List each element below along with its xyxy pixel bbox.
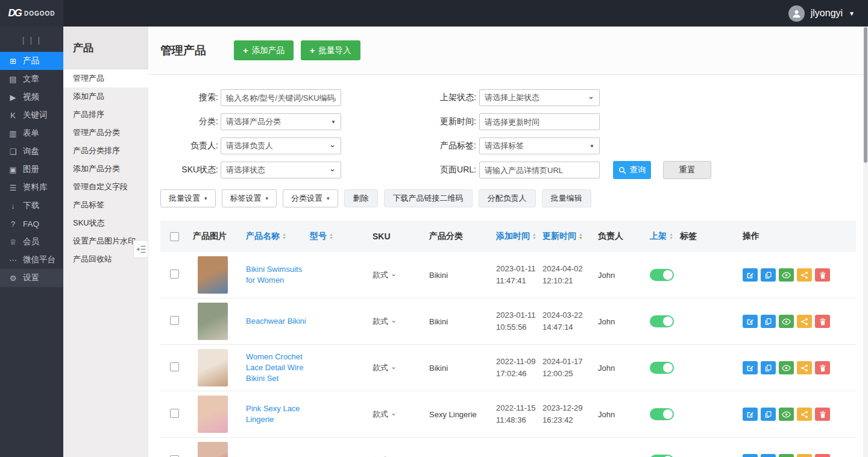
column-header-model[interactable]: 型号▲▼ [310, 231, 373, 242]
sort-arrows[interactable]: ▲▼ [532, 233, 536, 240]
category-settings-dropdown-button[interactable]: 分类设置▾ [283, 189, 338, 207]
filter-input-search[interactable] [221, 89, 341, 106]
share-button[interactable] [797, 361, 812, 374]
copy-button[interactable] [761, 361, 776, 374]
reset-button[interactable]: 重置 [663, 161, 711, 179]
column-header-added[interactable]: 添加时间▲▼ [496, 231, 540, 242]
sort-arrows[interactable]: ▲▼ [579, 233, 583, 240]
view-button[interactable] [779, 454, 794, 457]
delete-button[interactable]: 删除 [344, 189, 378, 207]
product-name-link[interactable]: Bikini Swimsuits for Women [246, 264, 306, 286]
sidebar-item-keywords[interactable]: K关键词 [0, 106, 63, 124]
download-qr-button[interactable]: 下载产品链接二维码 [384, 189, 473, 207]
scrollbar-thumb[interactable] [864, 27, 867, 163]
submenu-item-product-sort[interactable]: 产品排序 [63, 106, 148, 124]
assign-owner-button[interactable]: 分配负责人 [479, 189, 536, 207]
copy-button[interactable] [761, 315, 776, 328]
column-header-status[interactable]: 上架▲▼ [650, 231, 680, 242]
query-button[interactable]: 查询 [613, 161, 651, 179]
edit-button[interactable] [743, 361, 758, 374]
sidebar-item-library[interactable]: ☰资料库 [0, 178, 63, 197]
view-button[interactable] [779, 268, 794, 282]
user-menu[interactable]: jlyongyi ▼ [788, 5, 868, 22]
filter-select-owner[interactable]: 请选择负责人⌄ [221, 137, 341, 154]
product-name-link[interactable]: Beachwear Bikini [246, 316, 306, 327]
product-image[interactable] [198, 256, 228, 294]
column-header-name[interactable]: 产品名称▲▼ [246, 231, 310, 242]
view-button[interactable] [779, 315, 794, 328]
publish-toggle[interactable] [650, 269, 674, 281]
sort-arrows[interactable]: ▲▼ [282, 233, 286, 240]
select-all-checkbox[interactable] [170, 232, 179, 241]
submenu-item-category-sort[interactable]: 产品分类排序 [63, 142, 148, 160]
row-checkbox[interactable] [170, 269, 179, 279]
row-checkbox[interactable] [170, 409, 179, 418]
sidebar-item-downloads[interactable]: ↓下载 [0, 197, 63, 215]
tag-settings-dropdown-button[interactable]: 标签设置▾ [222, 189, 277, 207]
share-button[interactable] [797, 408, 812, 421]
edit-button[interactable] [743, 454, 758, 457]
filter-input-update-time[interactable] [479, 113, 600, 130]
sku-styles-toggle[interactable]: 款式⌄ [373, 409, 426, 420]
view-button[interactable] [779, 361, 794, 374]
sort-arrows[interactable]: ▲▼ [669, 233, 673, 240]
view-button[interactable] [779, 408, 794, 421]
delete-button[interactable] [815, 361, 830, 374]
delete-button[interactable] [815, 268, 830, 282]
product-name-link[interactable]: Women Crochet Lace Detail Wire Bikini Se… [246, 351, 306, 385]
row-checkbox[interactable] [170, 362, 179, 371]
sidebar-item-faq[interactable]: ?FAQ [0, 215, 63, 233]
submenu-item-manage-products[interactable]: 管理产品 [63, 69, 148, 87]
sidebar-item-articles[interactable]: ▤文章 [0, 70, 63, 88]
batch-import-button[interactable]: + 批量导入 [301, 40, 360, 60]
column-header-updated[interactable]: 更新时间▲▼ [540, 231, 596, 242]
delete-button[interactable] [815, 315, 830, 328]
filter-input-page-url[interactable] [479, 162, 600, 178]
submenu-item-add-product[interactable]: 添加产品 [63, 87, 148, 106]
batch-edit-button[interactable]: 批量编辑 [542, 189, 591, 207]
edit-button[interactable] [743, 408, 758, 421]
copy-button[interactable] [761, 454, 776, 457]
sidebar-item-products[interactable]: ⊞产品 [0, 52, 63, 70]
product-image[interactable] [198, 303, 228, 340]
delete-button[interactable] [815, 454, 830, 457]
add-product-button[interactable]: + 添加产品 [234, 40, 294, 60]
submenu-item-custom-fields[interactable]: 管理自定义字段 [63, 178, 148, 196]
publish-toggle[interactable] [650, 362, 674, 374]
share-button[interactable] [797, 315, 812, 328]
submenu-collapse-button[interactable] [133, 240, 148, 258]
product-name-link[interactable]: Pink Sexy Lace Lingerie [246, 403, 306, 425]
sidebar-item-members[interactable]: ♕会员 [0, 233, 63, 251]
copy-button[interactable] [761, 408, 776, 421]
submenu-item-sku-status[interactable]: SKU状态 [63, 214, 148, 232]
product-image[interactable] [198, 349, 228, 386]
sort-arrows[interactable]: ▲▼ [329, 233, 333, 240]
submenu-item-product-tags[interactable]: 产品标签 [63, 196, 148, 214]
filter-select-sku-status[interactable]: 请选择状态⌄ [221, 162, 341, 178]
sidebar-item-settings[interactable]: ⚙设置 [0, 269, 63, 287]
filter-select-product-tag[interactable]: 请选择标签▼ [479, 137, 600, 154]
edit-button[interactable] [743, 315, 758, 328]
submenu-item-add-category[interactable]: 添加产品分类 [63, 160, 148, 178]
sidebar-item-videos[interactable]: ▶视频 [0, 88, 63, 106]
product-image[interactable] [198, 442, 228, 457]
sidebar-item-albums[interactable]: ▣图册 [0, 160, 63, 178]
filter-select-category[interactable]: 请选择产品分类▼ [221, 113, 341, 130]
submenu-item-manage-categories[interactable]: 管理产品分类 [63, 124, 148, 142]
sku-styles-toggle[interactable]: 款式⌄ [373, 316, 426, 327]
publish-toggle[interactable] [650, 315, 674, 327]
sku-styles-toggle[interactable]: 款式⌄ [373, 362, 426, 373]
share-button[interactable] [797, 268, 812, 282]
sidebar-item-forms[interactable]: ▥表单 [0, 124, 63, 142]
publish-toggle[interactable] [650, 408, 674, 420]
row-checkbox[interactable] [170, 316, 179, 325]
sku-styles-toggle[interactable]: 款式⌄ [373, 269, 426, 280]
share-button[interactable] [797, 454, 812, 457]
sidebar-item-inquiries[interactable]: ❑询盘 [0, 142, 63, 160]
publish-toggle[interactable] [650, 455, 674, 457]
delete-button[interactable] [815, 408, 830, 421]
edit-button[interactable] [743, 268, 758, 282]
product-image[interactable] [198, 396, 228, 433]
window-scrollbar[interactable] [863, 27, 868, 457]
sidebar-collapse-icon[interactable]: ❘❘❘ [0, 30, 63, 52]
